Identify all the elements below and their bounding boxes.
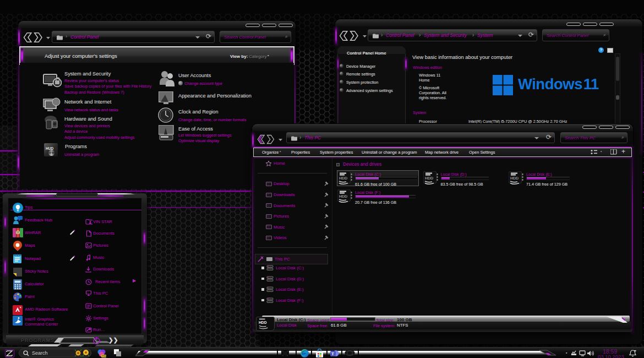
svg-text:HDD: HDD bbox=[259, 321, 267, 324]
svg-text:HDD: HDD bbox=[425, 176, 433, 180]
svg-text:PRS: PRS bbox=[102, 355, 106, 357]
svg-text:HDD: HDD bbox=[339, 194, 347, 198]
svg-text:HDD: HDD bbox=[510, 176, 519, 180]
svg-text:T: T bbox=[331, 351, 334, 356]
svg-text:HDD: HDD bbox=[339, 176, 347, 180]
